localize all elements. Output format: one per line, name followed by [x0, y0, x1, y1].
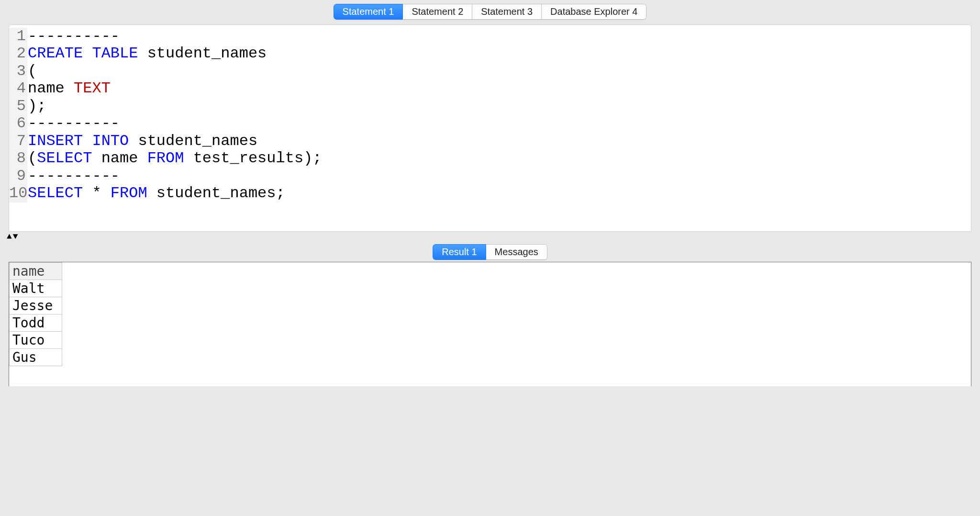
code-content[interactable]: ( [27, 63, 37, 80]
table-cell: Gus [10, 348, 62, 366]
line-number: 7 [9, 133, 27, 150]
table-cell: Todd [10, 314, 62, 331]
table-cell: Walt [10, 280, 62, 297]
split-handle[interactable]: ▲ ▼ [0, 232, 980, 241]
editor-line: 8(SELECT name FROM test_results); [9, 150, 971, 167]
sql-editor[interactable]: 1----------2CREATE TABLE student_names3(… [9, 25, 971, 231]
code-content[interactable]: ); [27, 98, 46, 115]
table-cell: Jesse [10, 297, 62, 314]
split-up-icon: ▲ [7, 232, 12, 241]
bottom-segmented-control: Result 1 Messages [433, 244, 547, 260]
table-row[interactable]: Todd [10, 314, 62, 331]
code-content[interactable]: ---------- [27, 115, 120, 132]
top-tab-strip: Statement 1 Statement 2 Statement 3 Data… [0, 0, 980, 22]
tab-messages[interactable]: Messages [486, 244, 547, 260]
tab-database-explorer-4[interactable]: Database Explorer 4 [542, 4, 646, 20]
editor-line: 9---------- [9, 168, 971, 185]
result-panel: nameWaltJesseToddTucoGus [9, 262, 971, 386]
editor-line: 10SELECT * FROM student_names; [9, 185, 971, 202]
line-number: 2 [9, 45, 27, 62]
code-content[interactable]: name TEXT [27, 80, 111, 97]
code-content[interactable]: CREATE TABLE student_names [27, 45, 267, 62]
tab-result-1[interactable]: Result 1 [433, 244, 486, 260]
result-table[interactable]: nameWaltJesseToddTucoGus [9, 262, 62, 366]
line-number: 3 [9, 63, 27, 80]
line-number: 9 [9, 168, 27, 185]
table-row[interactable]: Gus [10, 348, 62, 366]
top-segmented-control: Statement 1 Statement 2 Statement 3 Data… [334, 4, 647, 20]
split-down-icon: ▼ [13, 232, 18, 241]
code-content[interactable]: ---------- [27, 28, 120, 45]
editor-line: 5); [9, 98, 971, 115]
code-content[interactable]: ---------- [27, 168, 120, 185]
bottom-tab-strip: Result 1 Messages [0, 241, 980, 262]
code-content[interactable]: (SELECT name FROM test_results); [27, 150, 322, 167]
editor-line: 7INSERT INTO student_names [9, 133, 971, 150]
line-number: 8 [9, 150, 27, 167]
sql-editor-panel: 1----------2CREATE TABLE student_names3(… [9, 24, 971, 232]
editor-line: 3( [9, 63, 971, 80]
tab-statement-3[interactable]: Statement 3 [472, 4, 542, 20]
table-row[interactable]: Tuco [10, 331, 62, 348]
line-number: 6 [9, 115, 27, 132]
table-row[interactable]: Jesse [10, 297, 62, 314]
editor-line: 4name TEXT [9, 80, 971, 97]
line-number: 1 [9, 28, 27, 45]
editor-line: 6---------- [9, 115, 971, 132]
line-number: 4 [9, 80, 27, 97]
table-cell: Tuco [10, 331, 62, 348]
tab-statement-1[interactable]: Statement 1 [334, 4, 403, 20]
line-number: 5 [9, 98, 27, 115]
editor-line: 2CREATE TABLE student_names [9, 45, 971, 62]
line-number: 10 [9, 185, 27, 202]
code-content[interactable]: SELECT * FROM student_names; [27, 185, 285, 202]
tab-statement-2[interactable]: Statement 2 [403, 4, 472, 20]
code-content[interactable]: INSERT INTO student_names [27, 133, 257, 150]
column-header[interactable]: name [10, 262, 62, 280]
editor-line: 1---------- [9, 28, 971, 45]
table-row[interactable]: Walt [10, 280, 62, 297]
